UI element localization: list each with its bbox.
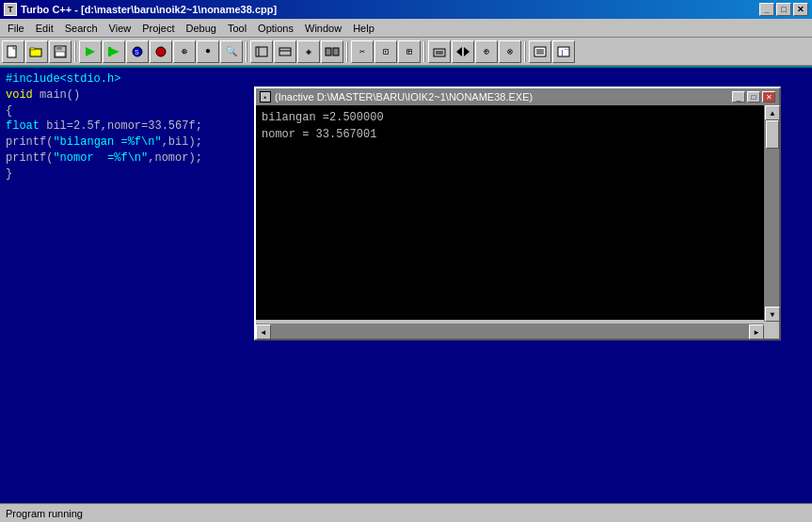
breakpoint-button[interactable]: ●: [197, 40, 219, 63]
menu-window[interactable]: Window: [299, 21, 347, 36]
status-bar: Program running: [0, 503, 812, 522]
scroll-left-button[interactable]: ◄: [256, 324, 271, 340]
tool-12[interactable]: ✂: [351, 40, 374, 63]
status-text: Program running: [6, 508, 83, 519]
svg-rect-5: [56, 52, 65, 56]
compile-button[interactable]: [79, 40, 102, 63]
tool-13[interactable]: ⊡: [374, 40, 397, 63]
tool-20[interactable]: |‾: [552, 40, 575, 63]
scrollbar-corner: [764, 324, 779, 339]
code-line-1: #include<stdio.h>: [6, 71, 806, 87]
menu-tool[interactable]: Tool: [222, 21, 252, 36]
output-title-bar: ▪ (Inactive D:\MASTER\BARU\IOIK2~1\NONAM…: [256, 88, 779, 105]
svg-marker-22: [464, 47, 470, 56]
output-maximize-button[interactable]: □: [747, 91, 760, 103]
close-button[interactable]: ✕: [793, 3, 808, 16]
svg-point-11: [156, 47, 166, 56]
open-file-button[interactable]: [25, 40, 48, 63]
output-minimize-button[interactable]: _: [732, 91, 745, 103]
output-scrollbar-horizontal: ◄ ►: [256, 324, 764, 339]
tool-19[interactable]: [529, 40, 551, 63]
svg-rect-2: [30, 48, 35, 50]
svg-rect-17: [333, 48, 339, 55]
tool-8[interactable]: [250, 40, 273, 63]
watch-button[interactable]: ⊛: [173, 40, 196, 63]
scroll-down-button[interactable]: ▼: [765, 307, 780, 322]
menu-bar: File Edit Search View Project Debug Tool…: [0, 19, 812, 38]
tool-10[interactable]: ◈: [297, 40, 320, 63]
inspect-button[interactable]: 🔍: [220, 40, 243, 63]
svg-rect-12: [256, 47, 267, 56]
menu-help[interactable]: Help: [347, 21, 380, 36]
scroll-thumb-v[interactable]: [766, 120, 779, 149]
svg-text:S: S: [135, 48, 139, 56]
app-icon: T: [4, 3, 17, 16]
svg-rect-18: [434, 49, 445, 56]
title-bar-buttons: _ □ ✕: [759, 3, 808, 16]
main-editor-area: #include<stdio.h> void main() { float bi…: [0, 68, 812, 503]
svg-rect-16: [326, 48, 331, 55]
tool-14[interactable]: ⊞: [398, 40, 421, 63]
tool-9[interactable]: [274, 40, 296, 63]
tool-18[interactable]: ⊗: [499, 40, 521, 63]
scroll-right-button[interactable]: ►: [749, 324, 764, 340]
new-file-button[interactable]: [2, 40, 24, 63]
toolbar-sep-5: [524, 41, 526, 62]
output-line-1: bilangan =2.500000: [262, 109, 773, 126]
run-button[interactable]: [103, 40, 125, 63]
svg-rect-14: [279, 48, 291, 55]
tool-17[interactable]: ⊕: [475, 40, 498, 63]
minimize-button[interactable]: _: [759, 3, 774, 16]
output-content: bilangan =2.500000 nomor = 33.567001: [256, 105, 779, 320]
title-bar: T Turbo C++ - [d:\master\baru\noik2~1\no…: [0, 0, 812, 19]
output-close-button[interactable]: ✕: [762, 91, 775, 103]
toolbar-sep-4: [423, 41, 425, 62]
window-title: Turbo C++ - [d:\master\baru\noik2~1\nona…: [21, 4, 277, 15]
tool-11[interactable]: [321, 40, 343, 63]
menu-file[interactable]: File: [2, 21, 30, 36]
output-title-buttons: _ □ ✕: [732, 91, 775, 103]
save-button[interactable]: [49, 40, 72, 63]
debug-button[interactable]: [150, 40, 172, 63]
scroll-track-v: [765, 120, 779, 307]
output-line-2: nomor = 33.567001: [262, 126, 773, 143]
svg-marker-6: [86, 47, 95, 56]
menu-view[interactable]: View: [103, 21, 137, 36]
toolbar: S ⊛ ● 🔍 ◈ ✂ ⊡ ⊞ ⊕ ⊗ |‾: [0, 38, 812, 66]
scroll-track-h: [271, 324, 749, 339]
tool-16[interactable]: [452, 40, 474, 63]
menu-debug[interactable]: Debug: [180, 21, 221, 36]
tool-15[interactable]: [428, 40, 451, 63]
svg-rect-4: [56, 46, 62, 50]
scroll-up-button[interactable]: ▲: [765, 105, 780, 120]
menu-options[interactable]: Options: [252, 21, 299, 36]
menu-project[interactable]: Project: [136, 21, 180, 36]
output-window-icon: ▪: [260, 91, 271, 103]
output-window-title: (Inactive D:\MASTER\BARU\IOIK2~1\NONAME3…: [275, 91, 533, 103]
menu-search[interactable]: Search: [59, 21, 103, 36]
toolbar-sep-2: [246, 41, 247, 62]
output-scrollbar-vertical: ▲ ▼: [764, 105, 779, 322]
step-button[interactable]: S: [126, 40, 149, 63]
maximize-button[interactable]: □: [776, 3, 791, 16]
svg-marker-21: [456, 47, 462, 56]
toolbar-sep-1: [74, 41, 76, 62]
toolbar-sep-3: [346, 41, 348, 62]
output-window: ▪ (Inactive D:\MASTER\BARU\IOIK2~1\NONAM…: [254, 87, 781, 340]
menu-edit[interactable]: Edit: [30, 21, 59, 36]
svg-text:|‾: |‾: [560, 48, 569, 56]
svg-rect-8: [108, 47, 111, 56]
